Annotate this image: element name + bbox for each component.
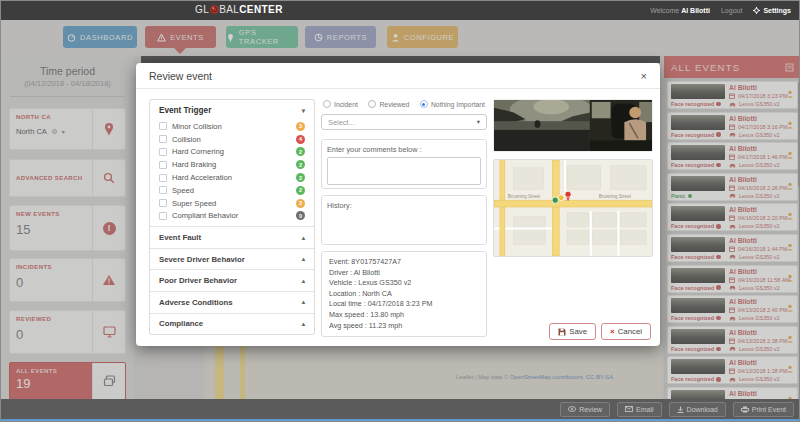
trigger-row[interactable]: Speed 2 (150, 184, 314, 197)
welcome-text: Welcome Al Bilotti (650, 7, 710, 14)
trigger-list: Minor Collision 3 Collision 4 Hard Corne (150, 118, 314, 226)
trigger-label: Minor Collision (172, 122, 222, 131)
event-detail-line: Local time : 04/17/2018 3:23 PM (329, 299, 479, 310)
accordion-header[interactable]: Adverse Conditions ▴ (150, 291, 314, 313)
street-label: Browning Street (599, 194, 632, 199)
chevron-up-icon: ▴ (302, 255, 305, 263)
chevron-up-icon: ▴ (302, 298, 305, 306)
radio-selected-icon[interactable] (420, 100, 428, 108)
radio-icon[interactable] (323, 100, 331, 108)
status-radio-group: Incident Reviewed Nothing Important (321, 99, 487, 109)
trigger-row[interactable]: Hard Acceleration 2 (150, 171, 314, 184)
camera-lens-icon (210, 5, 219, 14)
trigger-row[interactable]: Compliant Behavior 0 (150, 210, 314, 223)
event-detail-line: Avg speed : 11.23 mph (329, 321, 479, 332)
trigger-row[interactable]: Collision 4 (150, 133, 314, 146)
logout-link[interactable]: Logout (721, 7, 742, 14)
count-badge: 2 (296, 186, 305, 195)
checkbox[interactable] (159, 122, 167, 130)
save-button[interactable]: Save (549, 323, 596, 340)
map-marker-yellow[interactable] (558, 195, 564, 201)
x-icon: × (610, 327, 615, 336)
trigger-label: Collision (172, 135, 201, 144)
history-section: History: (321, 195, 487, 245)
comments-textarea[interactable] (327, 157, 481, 185)
close-icon[interactable]: × (641, 70, 647, 82)
street-label: Browning Street (508, 194, 541, 199)
logo-text-gl: GL (195, 4, 209, 15)
app-window: GL BALCENTER Welcome Al Bilotti Logout (0, 0, 800, 422)
accordion-header[interactable]: Severe Driver Behavior ▴ (150, 248, 314, 270)
top-header-bar: GL BALCENTER Welcome Al Bilotti Logout (1, 1, 799, 20)
trigger-label: Speed (172, 186, 194, 195)
trigger-label: Hard Cornering (172, 147, 224, 156)
chevron-up-icon: ▴ (302, 277, 305, 285)
checkbox[interactable] (159, 199, 167, 207)
count-badge: 0 (296, 211, 305, 220)
trigger-label: Compliant Behavior (172, 211, 238, 220)
category-select[interactable]: Select... ▾ (321, 114, 487, 130)
event-trigger-panel: Event Trigger ▾ Minor Collision 3 (149, 99, 315, 335)
radio-incident[interactable]: Incident (323, 100, 358, 108)
chevron-up-icon: ▴ (302, 234, 305, 242)
review-event-dialog: Review event × Event Trigger ▾ Minor Col… (136, 63, 660, 346)
radio-icon[interactable] (368, 100, 376, 108)
count-badge: 4 (296, 135, 305, 144)
dashcam-snapshot[interactable] (493, 99, 653, 152)
chevron-up-icon: ▴ (302, 320, 305, 328)
comments-section: Enter your comments below : (321, 139, 487, 189)
trigger-label: Hard Braking (172, 160, 216, 169)
review-form: Incident Reviewed Nothing Important Sele… (321, 99, 487, 337)
trigger-label: Hard Acceleration (172, 173, 232, 182)
count-badge: 3 (296, 199, 305, 208)
map-marker-green[interactable] (552, 197, 558, 203)
checkbox[interactable] (159, 161, 167, 169)
checkbox[interactable] (159, 174, 167, 182)
checkbox[interactable] (159, 186, 167, 194)
accordion-header[interactable]: Poor Driver Behavior ▴ (150, 269, 314, 291)
count-badge: 2 (296, 173, 305, 182)
event-detail-line: Location : North CA (329, 289, 479, 300)
app-logo: GL BALCENTER (195, 4, 283, 15)
logo-text-center: CENTER (239, 4, 283, 15)
event-detail-line: Driver : Al Bilotti (329, 268, 479, 279)
gear-icon (753, 7, 760, 14)
chevron-down-icon: ▾ (477, 118, 480, 126)
count-badge: 2 (296, 160, 305, 169)
count-badge: 2 (296, 147, 305, 156)
username: Al Bilotti (681, 7, 710, 14)
trigger-row[interactable]: Minor Collision 3 (150, 120, 314, 133)
event-detail-line: Max speed : 13.80 mph (329, 310, 479, 321)
checkbox[interactable] (159, 212, 167, 220)
trigger-row[interactable]: Hard Cornering 2 (150, 146, 314, 159)
save-disk-icon (558, 328, 566, 336)
trigger-row[interactable]: Super Speed 3 (150, 197, 314, 210)
accordion-header[interactable]: Event Fault ▴ (150, 226, 314, 248)
dialog-actions: Save × Cancel (549, 323, 651, 340)
media-column: Browning Street Browning Street (493, 99, 653, 257)
count-badge: 3 (296, 122, 305, 131)
logo-text-bal: BAL (219, 4, 239, 15)
comments-label: Enter your comments below : (327, 145, 481, 154)
trigger-label: Super Speed (172, 199, 216, 208)
event-details: Event: 8Y01757427A7 Driver : Al Bilotti … (321, 251, 487, 337)
event-detail-line: Vehicle : Lexus GS350 v2 (329, 278, 479, 289)
settings-link[interactable]: Settings (753, 7, 791, 14)
radio-reviewed[interactable]: Reviewed (368, 100, 409, 108)
event-trigger-header[interactable]: Event Trigger ▾ (150, 100, 314, 118)
event-location-map[interactable]: Browning Street Browning Street (493, 159, 653, 257)
history-label: History: (327, 201, 352, 210)
event-detail-line: Event: 8Y01757427A7 (329, 257, 479, 268)
trigger-row[interactable]: Hard Braking 2 (150, 158, 314, 171)
chevron-down-icon: ▾ (302, 107, 305, 115)
accordion-group: Event Fault ▴ Severe Driver Behavior ▴ P… (150, 226, 314, 334)
checkbox[interactable] (159, 148, 167, 156)
checkbox[interactable] (159, 135, 167, 143)
bottom-accent-line (1, 419, 799, 421)
radio-nothing-important[interactable]: Nothing Important (420, 100, 485, 108)
accordion-header[interactable]: Compliance ▴ (150, 313, 314, 335)
cancel-button[interactable]: × Cancel (601, 323, 651, 340)
dialog-title: Review event (149, 70, 212, 82)
dialog-header: Review event × (136, 63, 660, 89)
